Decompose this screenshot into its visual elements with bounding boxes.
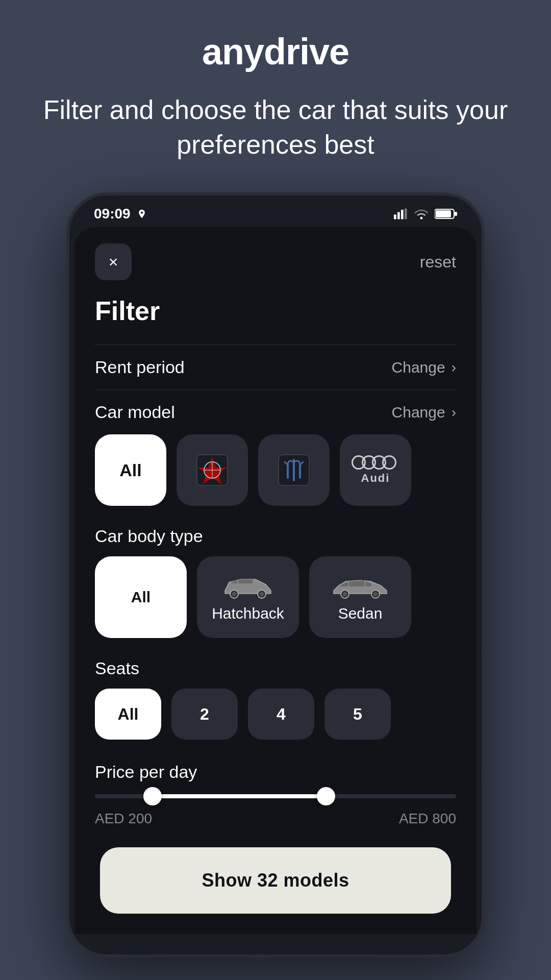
signal-icon [394, 208, 408, 219]
rent-period-change[interactable]: Change › [392, 359, 456, 376]
status-bar: 09:09 [69, 195, 482, 227]
svg-point-11 [232, 592, 236, 596]
price-label: Price per day [95, 762, 456, 782]
audi-text: Audi [361, 472, 390, 485]
show-models-button[interactable]: Show 32 models [100, 847, 451, 914]
filter-header: × reset [95, 243, 456, 280]
svg-point-13 [260, 592, 264, 596]
svg-rect-3 [405, 209, 407, 219]
body-chip-hatchback-label: Hatchback [212, 605, 284, 622]
car-model-change[interactable]: Change › [392, 404, 456, 421]
status-time: 09:09 [94, 206, 131, 222]
svg-rect-5 [436, 210, 451, 217]
price-thumb-min[interactable] [143, 787, 162, 805]
car-body-type-label: Car body type [95, 526, 456, 546]
svg-rect-6 [455, 212, 457, 216]
body-chip-all-label: All [131, 589, 151, 606]
location-icon [137, 209, 147, 219]
brand-chip-all-label: All [119, 460, 141, 480]
price-thumb-max[interactable] [317, 787, 335, 805]
price-slider[interactable] [95, 794, 456, 798]
seat-chip-5[interactable]: 5 [324, 689, 391, 740]
body-chip-sedan-label: Sedan [338, 605, 383, 622]
svg-point-15 [343, 592, 347, 596]
close-button[interactable]: × [95, 243, 132, 280]
phone-mockup: 09:09 [66, 192, 485, 958]
screen-content: × reset Filter Rent period Change › Car … [74, 227, 477, 934]
rent-period-chevron: › [452, 359, 456, 376]
rent-period-label: Rent period [95, 357, 185, 377]
sedan-car-icon [330, 572, 391, 599]
porsche-logo [192, 450, 233, 491]
brand-chip-porsche[interactable] [177, 434, 248, 506]
price-section: Price per day AED 200 AED 800 [95, 762, 456, 827]
price-labels: AED 200 AED 800 [95, 811, 456, 827]
seat-chips-row: All 2 4 5 [95, 689, 456, 744]
svg-rect-0 [394, 214, 396, 219]
audi-logo: Audi [355, 455, 396, 485]
body-chip-hatchback[interactable]: Hatchback [197, 556, 299, 638]
brand-chip-audi[interactable]: Audi [340, 434, 411, 506]
app-subtitle: Filter and choose the car that suits you… [41, 93, 510, 162]
car-model-label: Car model [95, 402, 175, 422]
body-chip-sedan[interactable]: Sedan [309, 556, 411, 638]
body-chips-row: All Hatchback [95, 556, 456, 642]
app-title: anydrive [202, 31, 349, 72]
wifi-icon [414, 208, 429, 219]
seats-label: Seats [95, 658, 456, 678]
brand-chip-all[interactable]: All [95, 434, 166, 506]
hatchback-car-icon [220, 572, 276, 599]
seat-chip-2[interactable]: 2 [171, 689, 238, 740]
brand-chips-row: All [95, 434, 456, 510]
car-model-change-label: Change [392, 404, 445, 421]
car-model-chevron: › [452, 404, 456, 421]
seat-chip-4[interactable]: 4 [248, 689, 314, 740]
car-model-row[interactable]: Car model Change › [95, 389, 456, 434]
reset-button[interactable]: reset [420, 253, 456, 272]
svg-rect-1 [397, 212, 400, 219]
cta-container: Show 32 models [100, 847, 451, 914]
price-fill [153, 794, 326, 798]
body-chip-all[interactable]: All [95, 556, 187, 638]
rent-period-row[interactable]: Rent period Change › [95, 345, 456, 389]
price-max-label: AED 800 [399, 811, 456, 827]
battery-icon [435, 208, 457, 219]
price-min-label: AED 200 [95, 811, 152, 827]
status-time-group: 09:09 [94, 206, 147, 222]
filter-title: Filter [95, 296, 456, 326]
svg-point-17 [373, 592, 378, 596]
seat-chip-all[interactable]: All [95, 689, 161, 740]
maserati-logo [273, 450, 314, 491]
brand-chip-maserati[interactable] [258, 434, 330, 506]
status-icons-group [394, 208, 457, 219]
rent-period-change-label: Change [392, 359, 445, 376]
svg-rect-2 [401, 210, 404, 219]
